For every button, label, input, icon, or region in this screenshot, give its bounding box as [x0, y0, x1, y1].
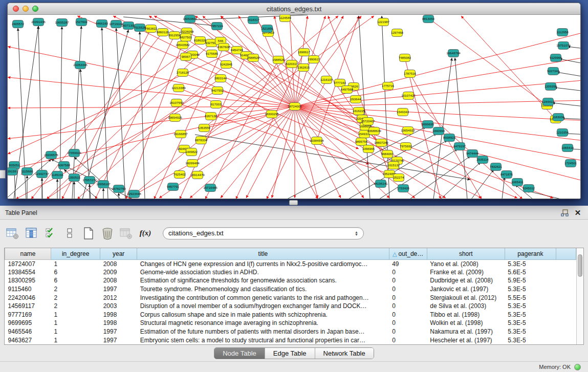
- table-cell[interactable]: 1997: [100, 336, 137, 344]
- table-cell[interactable]: 2003: [100, 302, 137, 311]
- table-cell[interactable]: 5.5E-5: [505, 293, 556, 302]
- table-cell[interactable]: 9463627: [5, 336, 51, 344]
- table-cell[interactable]: Estimation of significance thresholds fo…: [137, 276, 389, 285]
- column-header-pagerank[interactable]: pagerank: [505, 248, 556, 259]
- table-cell[interactable]: Embryonic stem cells: a model to study s…: [137, 336, 389, 344]
- table-cell[interactable]: 0: [389, 285, 427, 294]
- table-cell[interactable]: de Silva et al. (2003): [427, 302, 505, 311]
- table-cell[interactable]: 6: [51, 276, 100, 285]
- table-row[interactable]: 1872400712008Changes of HCN gene express…: [5, 259, 576, 268]
- table-cell[interactable]: 5.9E-5: [505, 276, 556, 285]
- column-header-in_degree[interactable]: in_degree: [51, 248, 100, 259]
- tab-node-table[interactable]: Node Table: [214, 348, 265, 359]
- table-cell[interactable]: 1998: [100, 319, 137, 327]
- table-cell[interactable]: Disruption of a novel member of a sodium…: [137, 302, 389, 311]
- table-cell[interactable]: Hescheler et al. (1997): [427, 336, 505, 344]
- table-scrollbar[interactable]: [576, 248, 583, 344]
- table-cell[interactable]: 5.3E-5: [505, 327, 556, 336]
- table-cell[interactable]: 0: [389, 319, 427, 327]
- table-row[interactable]: 911546021997Tourette syndrome. Phenomeno…: [5, 285, 576, 294]
- tab-network-table[interactable]: Network Table: [315, 348, 374, 359]
- tab-edge-table[interactable]: Edge Table: [265, 348, 315, 359]
- network-view-window[interactable]: citations_edges.txt 18724007183002957663…: [7, 3, 581, 199]
- table-row[interactable]: 1938455462009Genome-wide association stu…: [5, 268, 576, 277]
- table-cell[interactable]: 5.3E-5: [505, 302, 556, 311]
- minimize-window-button[interactable]: [23, 6, 29, 12]
- table-cell[interactable]: 5.3E-5: [505, 319, 556, 327]
- table-cell[interactable]: 0: [389, 276, 427, 285]
- table-cell[interactable]: 0: [389, 336, 427, 344]
- table-row[interactable]: 969969511998Structural magnetic resonanc…: [5, 319, 576, 327]
- table-row[interactable]: 977716911998Corpus callosum shape and si…: [5, 311, 576, 319]
- table-cell[interactable]: 5.6E-5: [505, 268, 556, 277]
- table-cell[interactable]: 49: [389, 259, 427, 268]
- scrollbar-thumb[interactable]: [578, 254, 582, 277]
- table-cell[interactable]: 18724007: [5, 259, 51, 268]
- table-row[interactable]: 2242004622012Investigating the contribut…: [5, 293, 576, 302]
- table-cell[interactable]: Stergiakouli et al. (2012): [427, 293, 505, 302]
- table-cell[interactable]: 5.3E-5: [505, 311, 556, 319]
- table-cell[interactable]: 6: [51, 268, 100, 277]
- table-cell[interactable]: Structural magnetic resonance image aver…: [137, 319, 389, 327]
- table-cell[interactable]: 1: [51, 336, 100, 344]
- close-panel-button[interactable]: ✕: [573, 208, 583, 218]
- column-header-name[interactable]: name: [5, 248, 51, 259]
- table-cell[interactable]: 2009: [100, 268, 137, 277]
- table-cell[interactable]: 2: [51, 302, 100, 311]
- table-cell[interactable]: Tourette syndrome. Phenomenology and cla…: [137, 285, 389, 294]
- table-cell[interactable]: 5.3E-5: [505, 259, 556, 268]
- table-row[interactable]: 1830029562008Estimation of significance …: [5, 276, 576, 285]
- table-cell[interactable]: Dudbridge et al. (2008): [427, 276, 505, 285]
- function-builder-button[interactable]: f(x): [138, 226, 153, 241]
- window-title-bar[interactable]: citations_edges.txt: [8, 3, 580, 15]
- table-cell[interactable]: 2012: [100, 293, 137, 302]
- zoom-window-button[interactable]: [32, 6, 38, 12]
- table-cell[interactable]: 1: [51, 259, 100, 268]
- delete-table-button[interactable]: [100, 226, 115, 241]
- table-cell[interactable]: 14569117: [5, 302, 51, 311]
- close-window-button[interactable]: [13, 6, 19, 12]
- table-cell[interactable]: 1997: [100, 285, 137, 294]
- table-cell[interactable]: 2: [51, 285, 100, 294]
- table-settings-button[interactable]: [5, 226, 20, 241]
- table-cell[interactable]: 5.3E-5: [505, 336, 556, 344]
- memory-ok-indicator[interactable]: [574, 364, 581, 370]
- table-row[interactable]: 946362711997Embryonic stem cells: a mode…: [5, 336, 576, 344]
- table-cell[interactable]: Corpus callosum shape and size in male p…: [137, 311, 389, 319]
- table-cell[interactable]: Tibbo et al. (1998): [427, 311, 505, 319]
- table-cell[interactable]: 5.3E-5: [505, 285, 556, 294]
- table-cell[interactable]: Yano et al. (2008): [427, 259, 505, 268]
- table-cell[interactable]: 1: [51, 311, 100, 319]
- table-cell[interactable]: 2008: [100, 276, 137, 285]
- table-cell[interactable]: 1997: [100, 327, 137, 336]
- table-cell[interactable]: Changes of HCN gene expression and I(f) …: [137, 259, 389, 268]
- column-header-title[interactable]: title: [137, 248, 389, 259]
- select-all-rows-button[interactable]: [43, 226, 58, 241]
- table-cell[interactable]: 9777169: [5, 311, 51, 319]
- table-cell[interactable]: 0: [389, 311, 427, 319]
- table-row[interactable]: 946554611997Estimation of the future num…: [5, 327, 576, 336]
- new-table-button[interactable]: [81, 226, 96, 241]
- table-cell[interactable]: 1: [51, 319, 100, 327]
- table-cell[interactable]: 9699695: [5, 319, 51, 327]
- column-header-year[interactable]: year: [100, 248, 137, 259]
- column-header-short[interactable]: short: [427, 248, 505, 259]
- table-cell[interactable]: 0: [389, 327, 427, 336]
- table-cell[interactable]: Investigating the contribution of common…: [137, 293, 389, 302]
- network-canvas[interactable]: 1872400718300295766382288601288912954232…: [8, 15, 580, 199]
- delete-column-button[interactable]: [119, 226, 134, 241]
- table-cell[interactable]: 2: [51, 293, 100, 302]
- table-cell[interactable]: Wolkin et al. (1998): [427, 319, 505, 327]
- split-pane-grip[interactable]: [289, 200, 298, 205]
- column-header-out_de[interactable]: △out_de…: [389, 248, 427, 259]
- table-cell[interactable]: Genome-wide association studies in ADHD.: [137, 268, 389, 277]
- table-cell[interactable]: Jankovic et al. (1997): [427, 285, 505, 294]
- table-cell[interactable]: Estimation of the future numbers of pati…: [137, 327, 389, 336]
- table-cell[interactable]: 9465546: [5, 327, 51, 336]
- show-column-button[interactable]: [24, 226, 39, 241]
- float-panel-button[interactable]: [559, 208, 570, 218]
- table-cell[interactable]: Franke et al. (2009): [427, 268, 505, 277]
- table-cell[interactable]: 1: [51, 327, 100, 336]
- table-cell[interactable]: 0: [389, 302, 427, 311]
- table-cell[interactable]: Nakamura et al. (1997): [427, 327, 505, 336]
